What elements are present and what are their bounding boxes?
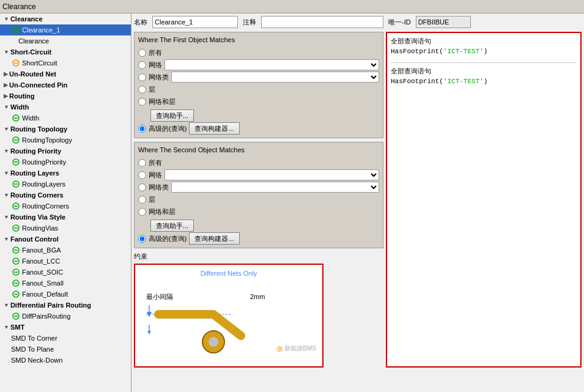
radio-second-netlayer[interactable] (138, 208, 146, 216)
second-radio-advanced: 高级的(查询) 查询构建器... (138, 233, 379, 244)
arrow-icon-corners: ▼ (4, 192, 9, 198)
arrow-icon-width: ▼ (4, 104, 9, 110)
label-second-net: 网络 (149, 171, 162, 180)
radio-first-netlayer[interactable] (138, 98, 146, 106)
sidebar-group-label-diff: Differential Pairs Routing (10, 301, 91, 309)
sidebar-group-label-topo: Routing Topology (10, 125, 67, 133)
sidebar-group-diff: ▼ Differential Pairs Routing (0, 300, 131, 311)
arrow-icon-via: ▼ (4, 214, 9, 220)
sidebar-item-fanout-soic[interactable]: Fanout_SOIC (0, 267, 131, 278)
fanout-small-icon (11, 278, 21, 288)
first-query-builder-btn[interactable]: 查询构建器... (189, 122, 239, 135)
uid-label: 唯一-ID (388, 18, 411, 27)
second-match-radio-group: 所有 网络 网络类 (138, 157, 379, 217)
label-second-layer: 层 (149, 195, 155, 204)
constraints-label: 约束 (134, 252, 383, 261)
radio-first-all[interactable] (138, 49, 146, 57)
svg-text:2mm: 2mm (250, 293, 265, 300)
second-net-select[interactable] (164, 169, 379, 180)
sidebar-item-diff-label: DiffPairsRouting (22, 312, 70, 320)
radio-first-advanced[interactable] (138, 125, 146, 133)
content-top-bar: 名称 注释 唯一-ID DFBIIBUE (134, 16, 582, 28)
rule-icon (11, 25, 21, 35)
svg-point-33 (209, 337, 218, 347)
sidebar-item-via[interactable]: RoutingVias (0, 223, 131, 234)
sidebar-group-label-fanout: Fanout Control (10, 235, 59, 243)
sidebar-item-topo[interactable]: RoutingTopology (0, 135, 131, 146)
watermark-text: 新能源BMS (284, 344, 316, 353)
sidebar-item-fanout-small-label: Fanout_Small (22, 279, 64, 287)
sidebar-item-fanout-default[interactable]: Fanout_Default (0, 289, 131, 300)
sidebar-item-smd-corner-label: SMD To Corner (11, 335, 57, 342)
radio-first-netclass[interactable] (138, 73, 146, 81)
label-second-netlayer: 网络和层 (149, 207, 176, 216)
fanout-bga-icon (11, 245, 21, 255)
radio-second-layer[interactable] (138, 196, 146, 204)
radio-first-layer[interactable] (138, 86, 146, 94)
sidebar-item-smd-plane[interactable]: SMD To Plane (0, 344, 131, 355)
sidebar-group-topo: ▼ Routing Topology (0, 124, 131, 135)
second-query-helper-btn[interactable]: 查询助手... (150, 220, 194, 232)
diagram-top-label: Different Nets Only (140, 270, 317, 277)
radio-second-all[interactable] (138, 159, 146, 167)
sidebar-item-shortcircuit[interactable]: ShortCircuit (0, 57, 131, 68)
sidebar-group-label-priority: Routing Priority (10, 147, 61, 155)
sidebar-item-fanout-small[interactable]: Fanout_Small (0, 278, 131, 289)
name-input[interactable] (152, 16, 238, 28)
sidebar-group-label-routing: Routing (9, 92, 35, 100)
arrow-icon-layers: ▼ (4, 170, 9, 176)
sidebar-item-corners[interactable]: RoutingCorners (0, 201, 131, 212)
query-code-2: HasFootprint('ICT-TEST') (391, 77, 577, 86)
sidebar-group-routing: ▶ Routing (0, 91, 131, 102)
sidebar-item-via-label: RoutingVias (22, 224, 58, 232)
first-query-helper-btn[interactable]: 查询助手... (150, 109, 194, 122)
first-match-buttons: 查询助手... (150, 109, 379, 122)
arrow-icon-priority: ▼ (4, 148, 9, 154)
width-icon (11, 113, 21, 123)
second-netclass-select[interactable] (171, 182, 379, 193)
sidebar-group-label-width: Width (10, 103, 29, 111)
sidebar-group-label-clearance: Clearance (10, 15, 43, 23)
label-first-layer: 层 (149, 85, 155, 94)
first-net-select[interactable] (164, 59, 379, 70)
arrow-icon: ▼ (4, 16, 9, 22)
sidebar-item-smd-plane-label: SMD To Plane (11, 346, 54, 353)
radio-second-advanced[interactable] (138, 235, 146, 243)
sidebar-item-smd-neck-label: SMD Neck-Down (11, 357, 62, 364)
sidebar-item-layers[interactable]: RoutingLayers (0, 179, 131, 190)
sidebar-group-corners: ▼ Routing Corners (0, 190, 131, 201)
constraint-diagram: Different Nets Only 最小间隔 2mm (134, 264, 323, 368)
radio-second-netclass[interactable] (138, 183, 146, 191)
sidebar-item-fanout-bga[interactable]: Fanout_BGA (0, 245, 131, 256)
priority-icon (11, 157, 21, 167)
sidebar-item-fanout-soic-label: Fanout_SOIC (22, 268, 63, 276)
sidebar-item-priority[interactable]: RoutingPriority (0, 157, 131, 168)
comment-input[interactable] (261, 16, 383, 28)
name-label: 名称 (134, 18, 147, 27)
sidebar-item-topo-label: RoutingTopology (22, 136, 72, 144)
query-section-1: 全部查询语句 HasFootprint('ICT-TEST') (391, 37, 577, 56)
sidebar-item-clearance[interactable]: Clearance (0, 35, 131, 46)
second-query-builder-btn[interactable]: 查询构建器... (189, 232, 239, 245)
radio-second-net[interactable] (138, 171, 146, 179)
second-match-buttons: 查询助手... (150, 220, 379, 232)
label-second-netclass: 网络类 (149, 183, 169, 192)
sidebar-item-clearance1[interactable]: Clearance_1 (0, 24, 131, 35)
sidebar-item-smd-corner[interactable]: SMD To Corner (0, 333, 131, 344)
radio-first-net[interactable] (138, 61, 146, 69)
arrow-icon-unrouted: ▶ (4, 71, 8, 77)
sidebar-group-clearance: ▼ Clearance (0, 13, 131, 24)
diff-icon (11, 311, 21, 321)
sidebar-item-fanout-lcc[interactable]: Fanout_LCC (0, 256, 131, 267)
sidebar-item-diff[interactable]: DiffPairsRouting (0, 311, 131, 322)
sidebar-item-width[interactable]: Width (0, 113, 131, 124)
uid-input[interactable]: DFBIIBUE (416, 16, 471, 28)
sidebar-group-label-layers: Routing Layers (10, 169, 59, 177)
sidebar-item-fanout-default-label: Fanout_Default (22, 290, 68, 298)
sidebar-group-unconnected: ▶ Un-Connected Pin (0, 80, 131, 91)
sidebar-item-smd-neck[interactable]: SMD Neck-Down (0, 355, 131, 366)
first-netclass-select[interactable] (171, 72, 379, 83)
fanout-default-icon (11, 289, 21, 299)
sidebar-item-layers-label: RoutingLayers (22, 180, 65, 188)
svg-marker-35 (147, 331, 151, 335)
